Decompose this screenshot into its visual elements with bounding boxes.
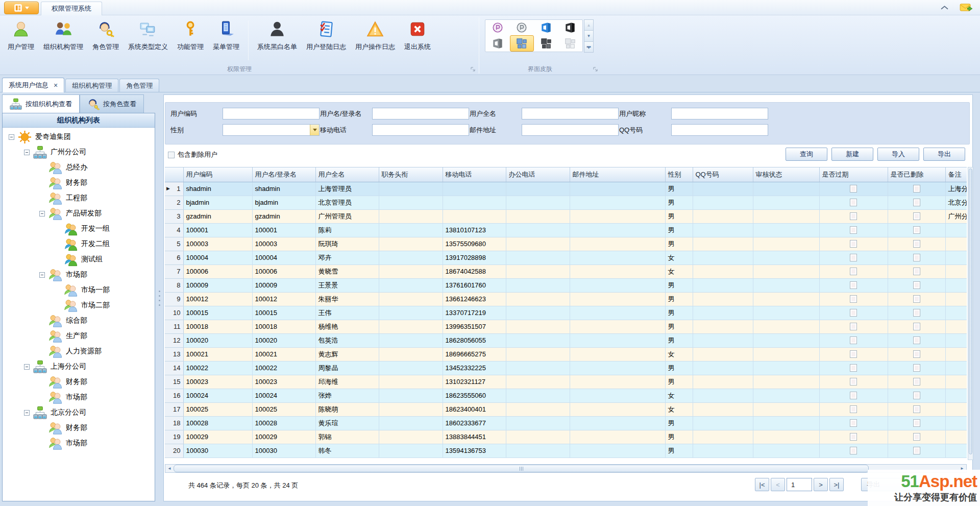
cell-remark[interactable]: 上海分: [945, 182, 967, 196]
cell-login[interactable]: 100023: [252, 375, 315, 389]
cell-mobile[interactable]: 13370717219: [443, 306, 506, 320]
tree-node[interactable]: 财务部: [3, 420, 155, 436]
tree-node[interactable]: 财务部: [3, 374, 155, 390]
grid-row[interactable]: 14100022100022周黎晶13452332225男: [165, 361, 967, 375]
cell-qq[interactable]: [693, 430, 753, 444]
skin-option-office-blue[interactable]: [534, 20, 558, 35]
grid-row[interactable]: 10100015100015王伟13370717219男: [165, 306, 967, 320]
cell-code[interactable]: 100020: [183, 333, 252, 347]
cell-remark[interactable]: [945, 251, 967, 264]
deleted-checkbox[interactable]: [913, 350, 920, 358]
tree-node[interactable]: 市场部: [3, 436, 155, 451]
cell-title[interactable]: [379, 402, 443, 416]
cell-office[interactable]: [506, 402, 570, 416]
cell-code[interactable]: 100030: [183, 444, 252, 457]
cell-remark[interactable]: [945, 292, 967, 306]
cell-audit[interactable]: [753, 306, 819, 320]
collapse-ribbon-icon[interactable]: [941, 5, 948, 10]
tree-node[interactable]: 工程部: [3, 190, 155, 206]
cell-audit[interactable]: [753, 292, 819, 306]
grid-row[interactable]: ▶1shadminshadmin上海管理员男上海分: [165, 182, 967, 196]
deleted-checkbox[interactable]: [913, 199, 920, 206]
import-button[interactable]: 导入: [877, 148, 919, 161]
cell-code[interactable]: 100025: [183, 402, 252, 416]
cell-audit[interactable]: [753, 444, 819, 457]
cell-title[interactable]: [379, 361, 443, 375]
expired-checkbox[interactable]: [850, 185, 857, 192]
collapse-icon[interactable]: [24, 364, 30, 370]
cell-email[interactable]: [570, 209, 665, 223]
cell-qq[interactable]: [693, 402, 753, 416]
gallery-scroll-down-icon[interactable]: ▼: [584, 30, 594, 41]
skin-option-scheme-gray[interactable]: [510, 20, 534, 35]
cell-office[interactable]: [506, 333, 570, 347]
grid-row[interactable]: 9100012100012朱丽华13661246623男: [165, 292, 967, 306]
tree-node[interactable]: 市场二部: [3, 298, 155, 313]
cell-office[interactable]: [506, 320, 570, 333]
doc-tab-2[interactable]: 角色管理: [119, 79, 159, 92]
cell-code[interactable]: 100003: [183, 237, 252, 251]
ribbon-button-func[interactable]: 功能管理: [173, 17, 208, 63]
deleted-checkbox[interactable]: [913, 364, 920, 372]
row-indicator[interactable]: 13: [165, 347, 183, 361]
grid-row[interactable]: 5100003100003阮琪琦13575509680男: [165, 237, 967, 251]
cell-code[interactable]: 100028: [183, 416, 252, 430]
cell-login[interactable]: 100030: [252, 444, 315, 457]
cell-mobile[interactable]: [443, 196, 506, 209]
collapse-icon[interactable]: [39, 272, 45, 278]
cell-title[interactable]: [379, 223, 443, 237]
row-indicator[interactable]: 19: [165, 430, 183, 444]
column-header[interactable]: 用户名/登录名: [252, 167, 315, 182]
cell-office[interactable]: [506, 430, 570, 444]
splitter-handle[interactable]: [156, 94, 163, 501]
cell-gender[interactable]: 男: [665, 237, 693, 251]
expired-checkbox[interactable]: [850, 295, 857, 303]
cell-audit[interactable]: [753, 389, 819, 402]
cell-remark[interactable]: [945, 264, 967, 278]
cell-mobile[interactable]: 13452332225: [443, 361, 506, 375]
cell-gender[interactable]: 男: [665, 196, 693, 209]
doc-tab-1[interactable]: 组织机构管理: [65, 79, 118, 92]
cell-qq[interactable]: [693, 375, 753, 389]
tree-node[interactable]: 开发一组: [3, 221, 155, 236]
row-indicator[interactable]: ▶1: [165, 182, 183, 196]
view-tab-0[interactable]: 按组织机构查看: [2, 94, 80, 113]
cell-title[interactable]: [379, 306, 443, 320]
cell-name[interactable]: 杨维艳: [315, 320, 379, 333]
cell-gender[interactable]: 男: [665, 278, 693, 292]
search-field-input[interactable]: [671, 108, 768, 119]
cell-login[interactable]: 100021: [252, 347, 315, 361]
deleted-checkbox[interactable]: [913, 419, 920, 427]
skin-option-tiles-dark[interactable]: [534, 35, 558, 52]
cell-code[interactable]: 100015: [183, 306, 252, 320]
combo-dropdown-icon[interactable]: [310, 125, 319, 135]
deleted-checkbox[interactable]: [913, 392, 920, 399]
cell-name[interactable]: 邓卉: [315, 251, 379, 264]
cell-name[interactable]: 邱海维: [315, 375, 379, 389]
deleted-checkbox[interactable]: [913, 212, 920, 220]
ribbon-tab-permission[interactable]: 权限管理系统: [41, 2, 102, 15]
cell-qq[interactable]: [693, 196, 753, 209]
cell-qq[interactable]: [693, 347, 753, 361]
cell-gender[interactable]: 男: [665, 223, 693, 237]
cell-gender[interactable]: 女: [665, 251, 693, 264]
cell-audit[interactable]: [753, 347, 819, 361]
cell-gender[interactable]: 男: [665, 416, 693, 430]
cell-name[interactable]: 周黎晶: [315, 361, 379, 375]
cell-qq[interactable]: [693, 264, 753, 278]
cell-remark[interactable]: [945, 320, 967, 333]
collapse-icon[interactable]: [24, 150, 30, 155]
pager-last-button[interactable]: >|: [829, 478, 844, 491]
collapse-icon[interactable]: [9, 134, 14, 140]
expired-checkbox[interactable]: [850, 350, 857, 358]
scrollbar-thumb[interactable]: [174, 465, 869, 472]
cell-email[interactable]: [570, 361, 665, 375]
cell-name[interactable]: 王伟: [315, 306, 379, 320]
cell-code[interactable]: 100004: [183, 251, 252, 264]
cell-qq[interactable]: [693, 223, 753, 237]
cell-login[interactable]: 100012: [252, 292, 315, 306]
column-header[interactable]: 职务头衔: [379, 167, 443, 182]
cell-login[interactable]: 100018: [252, 320, 315, 333]
row-indicator[interactable]: 10: [165, 306, 183, 320]
cell-remark[interactable]: [945, 223, 967, 237]
